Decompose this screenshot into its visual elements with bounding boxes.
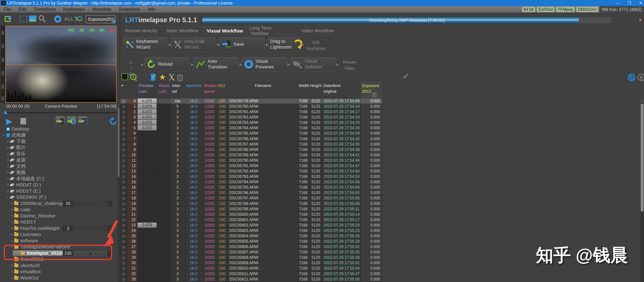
marquee-select-icon[interactable]	[20, 16, 27, 22]
chevron-down-icon[interactable]: ›	[2, 133, 6, 137]
chevron-right-icon[interactable]: >	[6, 183, 10, 187]
table-scrollbar[interactable]: ▲	[640, 98, 644, 282]
table-row[interactable]: ◇00.375n/a16.01/320100DSC05779.ARW716851…	[120, 98, 382, 104]
scroll-up-arrow-icon[interactable]: ▲	[640, 98, 644, 103]
table-row[interactable]: ◇10.373516.01/320100DSC05780.ARW71685120…	[120, 104, 382, 109]
menu-item-file[interactable]: File	[0, 6, 15, 13]
chevron-right-icon[interactable]: >	[10, 226, 14, 231]
sidebar-item-livevideo[interactable]: >LiveVideo	[0, 231, 117, 238]
table-row[interactable]: ◇18316.01/320100DSC05797.ARW716851202022…	[120, 196, 382, 201]
menu-item-info[interactable]: Info	[144, 6, 159, 13]
keyframe-diamond-icon[interactable]: ◇	[120, 207, 128, 212]
keyframe-diamond-icon[interactable]: ◇	[120, 271, 128, 277]
table-row[interactable]: ◇40.372316.01/320100DSC05783.ARW71685120…	[120, 120, 382, 126]
table-row[interactable]: ◇27316.01/320100DSC05806.ARW716851202022…	[120, 244, 382, 250]
keyframe-diamond-icon[interactable]: ◇	[120, 163, 128, 169]
keyframe-diamond-icon[interactable]: ◇	[120, 239, 128, 244]
table-row[interactable]: ◇6316.01/320100DSC05785.ARW716851202022-…	[120, 131, 382, 136]
keyframe-diamond-icon[interactable]: ◇	[120, 266, 128, 271]
table-row[interactable]: ◇9316.01/320100DSC05788.ARW716851202022-…	[120, 147, 382, 153]
keyframe-diamond-icon[interactable]: ◇	[120, 260, 128, 266]
menu-item-keyframes[interactable]: Keyframes	[60, 6, 88, 13]
table-row[interactable]: ◇31316.01/320100DSC05810.ARW716851202022…	[120, 266, 382, 271]
menu-item-snapshots[interactable]: Snapshots	[115, 6, 144, 13]
sidebar-item-desktop[interactable]: Desktop	[0, 126, 117, 132]
keyframe-diamond-icon[interactable]: ◇	[120, 185, 128, 190]
sidebar-item-hdd4t-d-[interactable]: >HDD4T (D:)	[0, 182, 117, 188]
table-row[interactable]: ◇21316.01/320100DSC05800.ARW716851202022…	[120, 212, 382, 217]
keyframe-diamond-icon[interactable]: ◇	[120, 250, 128, 255]
column-header-iso[interactable]: ISO	[218, 83, 228, 88]
sidebar-item-virtualbox[interactable]: >virtualBox	[0, 269, 117, 275]
filter-dropdown[interactable]: Exposure2012	[86, 15, 116, 23]
column-header-preview[interactable]: PreviewLum	[139, 83, 157, 94]
cancel-progress-button[interactable]: X	[637, 17, 644, 23]
table-row[interactable]: ◇15316.01/320100DSC05794.ARW716851202022…	[120, 179, 382, 185]
table-grid-icon[interactable]	[122, 73, 128, 80]
table-row[interactable]: ◇22316.01/320100DSC05801.ARW716851202022…	[120, 217, 382, 223]
tab-basic-workflow[interactable]: Basic Workflow	[164, 27, 200, 35]
curves-icon[interactable]	[74, 16, 82, 22]
table-row[interactable]: ◇20.372316.01/320100DSC05781.ARW71685120…	[120, 109, 382, 115]
image-icon[interactable]	[29, 15, 36, 22]
sidebar-item--[interactable]: >音乐	[0, 151, 117, 157]
chevron-down-icon[interactable]: ›	[6, 195, 10, 199]
menu-item-transitions[interactable]: Transitions	[30, 6, 60, 13]
keyframe-diamond-icon[interactable]: ◇	[120, 136, 128, 142]
sidebar-item--[interactable]: >下载	[0, 138, 117, 145]
clock-icon[interactable]	[130, 73, 138, 82]
curves-cross-icon[interactable]	[168, 73, 176, 82]
keyframe-diamond-icon[interactable]: ◇	[120, 109, 128, 115]
chevron-right-icon[interactable]: >	[10, 239, 14, 243]
chevron-right-icon[interactable]: >	[10, 232, 14, 237]
auto-transition-button[interactable]: Auto Transition	[193, 57, 238, 71]
keyframe-diamond-icon[interactable]: ◇	[120, 201, 128, 207]
column-header-filename[interactable]: Filename	[228, 83, 298, 88]
sidebar-item--[interactable]: >图片	[0, 145, 117, 151]
column-header-shutter[interactable]: Shutter-speed	[204, 83, 217, 94]
all-filter-label[interactable]: ALL	[64, 16, 74, 21]
sidebar-item--[interactable]: >桌面	[0, 157, 117, 163]
minimize-button[interactable]: —	[616, 1, 620, 5]
chevron-right-icon[interactable]: >	[10, 214, 14, 218]
keyframe-diamond-icon[interactable]: ◇	[120, 223, 128, 228]
sidebar-item-ubuntu20[interactable]: >ubuntu20	[0, 263, 117, 269]
table-row[interactable]: ◇33316.01/320100DSC05812.ARW716851202022…	[120, 277, 382, 282]
keyframe-diamond-icon[interactable]: ◇	[120, 115, 128, 120]
reload-button[interactable]: Reload	[144, 57, 190, 71]
table-row[interactable]: ◇19316.01/320100DSC05798.ARW716851202022…	[120, 201, 382, 207]
column-header-width[interactable]: Width	[298, 83, 309, 88]
column-header-datetime[interactable]: Date/timeoriginal	[323, 83, 361, 94]
keyframe-diamond-icon[interactable]: ◇	[120, 147, 128, 152]
quality-option-8k[interactable]: 8K	[110, 28, 115, 33]
chevron-right-icon[interactable]: >	[10, 201, 14, 206]
chevron-right-icon[interactable]: >	[6, 170, 10, 175]
table-row[interactable]: ◇30316.01/320100DSC05809.ARW716851202022…	[120, 260, 382, 266]
sidebar-item--[interactable]: >文档	[0, 163, 117, 169]
tab-render-directly[interactable]: Render directly	[124, 27, 158, 35]
table-row[interactable]: ◇7316.01/320100DSC05786.ARW716851202022-…	[120, 136, 382, 142]
search-icon[interactable]	[38, 15, 46, 23]
chevron-right-icon[interactable]: >	[6, 139, 10, 144]
drag-to-lightroom--button[interactable]: Drag to Lightroom!	[268, 37, 300, 51]
quality-option-3k[interactable]: 3K	[79, 28, 85, 33]
sidebar-item-ssd240g-f-[interactable]: ›SSD240G (F:)	[0, 194, 117, 200]
table-row[interactable]: ◇230.370316.01/320100DSC05802.ARW7168512…	[120, 223, 382, 228]
table-row[interactable]: ◇26316.01/320100DSC05805.ARW716851202022…	[120, 239, 382, 244]
keyframe-diamond-icon[interactable]: ◇	[120, 131, 128, 136]
menu-item-metadata[interactable]: Metadata	[88, 6, 115, 13]
keyframe-diamond-icon[interactable]: ◇	[120, 174, 128, 179]
sidebar-item-10000kcal-challenge[interactable]: >10000kcal_challenge26	[0, 200, 117, 207]
table-row[interactable]: ◇28316.01/320100DSC05807.ARW716851202022…	[120, 250, 382, 255]
quality-option-hd[interactable]: HD	[68, 28, 74, 33]
column-header-inter[interactable]: Inter-val	[172, 83, 185, 94]
tree-scrollbar[interactable]	[118, 107, 120, 282]
chevron-right-icon[interactable]: >	[6, 176, 10, 181]
sidebar-item-code[interactable]: >code	[0, 207, 117, 213]
star-icon[interactable]: ★	[159, 73, 166, 81]
table-row[interactable]: ◇17316.01/320100DSC05796.ARW716851202022…	[120, 190, 382, 196]
column-header-aperture[interactable]: Aperture	[186, 83, 202, 88]
close-button[interactable]: ✕	[639, 1, 642, 5]
sidebar-item-hdd1t-e-[interactable]: >HDD1T (E:)	[0, 188, 117, 194]
chevron-right-icon[interactable]: >	[10, 220, 14, 225]
